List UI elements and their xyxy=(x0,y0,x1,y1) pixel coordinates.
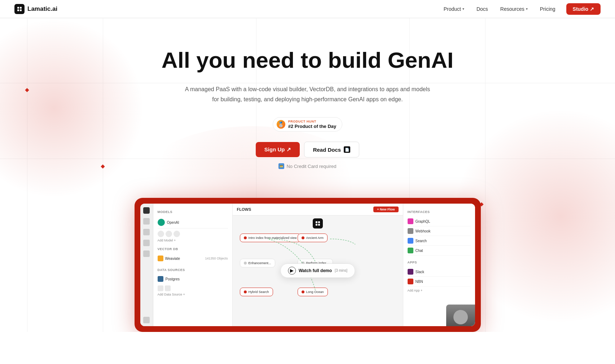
nav-product[interactable]: Product ▾ xyxy=(439,4,469,14)
flow-node-1: Intro index from materialized view xyxy=(240,234,301,242)
signup-button[interactable]: Sign Up ↗ xyxy=(256,142,300,157)
nav-links: Product ▾ Docs Resources ▾ Pricing Studi… xyxy=(439,3,601,15)
apps-section-title: APPS xyxy=(408,261,471,264)
credit-card-icon: 💳 xyxy=(278,163,284,169)
ph-text: PRODUCT HUNT #2 Product of the Day xyxy=(288,120,337,129)
graphql-interface: GraphQL xyxy=(408,217,471,226)
studio-button[interactable]: Studio ↗ xyxy=(566,3,601,15)
interfaces-section-title: INTERFACES xyxy=(408,210,471,214)
logo-text: Lamatic.ai xyxy=(27,5,57,13)
no-cc-notice: 💳 No Credit Card required xyxy=(278,163,336,169)
product-hunt-badge[interactable]: 🥈 PRODUCT HUNT #2 Product of the Day xyxy=(273,117,343,132)
flows-canvas-area: Intro index from materialized view Ancie… xyxy=(233,216,403,325)
ph-medal-icon: 🥈 xyxy=(277,120,285,129)
flow-node-2: Ancient Arm xyxy=(298,234,328,242)
new-flow-button[interactable]: + New Flow xyxy=(373,207,398,212)
postgres-row: Postgres xyxy=(158,275,228,283)
webhook-interface: Webhook xyxy=(408,226,471,236)
cta-row: Sign Up ↗ Read Docs 📄 xyxy=(256,142,359,157)
docs-icon: 📄 xyxy=(344,146,350,153)
chat-interface: Chat xyxy=(408,246,471,256)
play-icon: ▶ xyxy=(288,267,296,275)
logo-icon xyxy=(14,4,25,14)
nav-pricing[interactable]: Pricing xyxy=(535,4,561,14)
navbar: Lamatic.ai Product ▾ Docs Resources ▾ Pr… xyxy=(0,0,615,18)
flows-header: FLOWS + New Flow xyxy=(233,204,403,216)
svg-rect-4 xyxy=(316,221,317,223)
flow-node-3: Enhancement... xyxy=(240,259,275,267)
slack-app: Slack xyxy=(408,267,471,277)
svg-rect-7 xyxy=(318,224,320,226)
svg-rect-0 xyxy=(17,7,19,9)
demo-frame-outer: MODELS OpenAI Add Model + VECTOR DB xyxy=(135,198,481,332)
demo-frame-wrapper: MODELS OpenAI Add Model + VECTOR DB xyxy=(0,198,615,332)
search-interface: Search xyxy=(408,236,471,246)
hero-content: All you need to build GenAI A managed Pa… xyxy=(0,18,615,191)
svg-rect-5 xyxy=(318,221,320,223)
datasources-section-title: DATA SOURCES xyxy=(158,268,228,272)
openai-model-row: OpenAI xyxy=(158,217,228,228)
weaviate-row: Weaviate 141350 Objects xyxy=(158,254,228,263)
nbn-app: NBN xyxy=(408,277,471,287)
demo-sidebar xyxy=(140,204,153,326)
logo[interactable]: Lamatic.ai xyxy=(14,4,57,14)
svg-rect-1 xyxy=(20,7,22,9)
svg-rect-6 xyxy=(316,224,317,226)
chevron-down-icon: ▾ xyxy=(462,7,464,11)
hero-title: All you need to build GenAI xyxy=(162,47,453,74)
demo-flows-canvas: FLOWS + New Flow xyxy=(233,204,403,326)
hero-section: All you need to build GenAI A managed Pa… xyxy=(0,0,615,332)
demo-left-panel: MODELS OpenAI Add Model + VECTOR DB xyxy=(153,204,233,326)
flow-node-6: Long Ocean xyxy=(298,288,328,296)
nav-docs[interactable]: Docs xyxy=(471,4,493,14)
watch-demo-button[interactable]: ▶ Watch full demo [3 mins] xyxy=(280,263,355,278)
svg-rect-2 xyxy=(17,9,19,11)
demo-lamatic-logo xyxy=(313,218,323,228)
hero-subtitle: A managed PaaS with a low-code visual bu… xyxy=(185,84,430,104)
svg-rect-3 xyxy=(20,9,22,11)
chevron-down-icon: ▾ xyxy=(526,7,528,11)
nav-resources[interactable]: Resources ▾ xyxy=(495,4,533,14)
vectordb-section-title: VECTOR DB xyxy=(158,247,228,251)
flow-node-5: Hybrid Search xyxy=(240,288,273,296)
demo-person-thumbnail xyxy=(446,305,475,326)
models-section-title: MODELS xyxy=(158,210,228,214)
read-docs-button[interactable]: Read Docs 📄 xyxy=(304,142,360,157)
demo-frame-inner: MODELS OpenAI Add Model + VECTOR DB xyxy=(140,204,475,326)
